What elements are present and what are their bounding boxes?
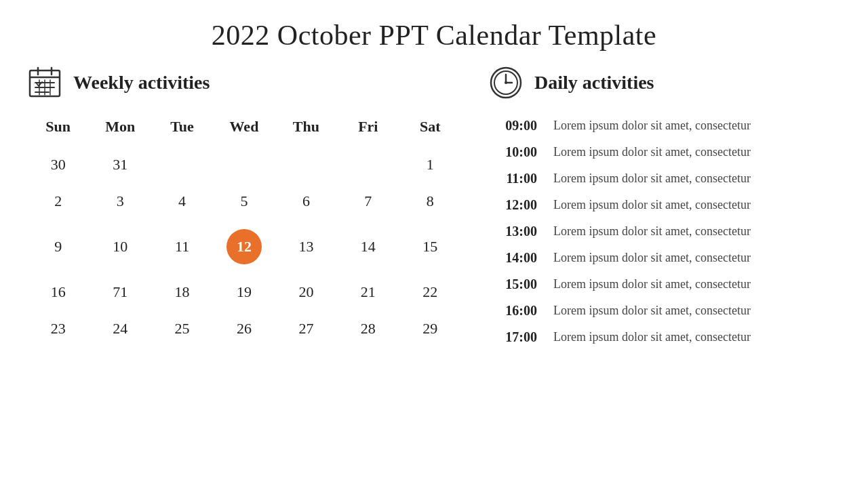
activity-row: 09:00Lorem ipsum dolor sit amet, consect… [488,113,841,139]
calendar-day: 7 [337,183,399,220]
day-header-wed: Wed [213,113,275,146]
activity-text: Lorem ipsum dolor sit amet, consectetur [553,277,751,291]
activity-text: Lorem ipsum dolor sit amet, consectetur [553,330,751,344]
weekly-header: Weekly activities [27,65,461,100]
activity-time: 12:00 [488,197,537,213]
calendar-body: 3031123456789101112131415167118192021222… [27,146,461,347]
calendar-day: 8 [399,183,461,220]
activity-row: 15:00Lorem ipsum dolor sit amet, consect… [488,271,841,298]
calendar-day: 29 [399,310,461,347]
calendar-day [337,146,399,183]
day-header-mon: Mon [89,113,151,146]
activity-time: 14:00 [488,250,537,266]
activity-text: Lorem ipsum dolor sit amet, consectetur [553,145,751,159]
weekly-title: Weekly activities [73,72,210,94]
calendar-day: 4 [151,183,213,220]
activity-row: 14:00Lorem ipsum dolor sit amet, consect… [488,245,841,271]
calendar-day: 10 [89,220,151,274]
day-header-sat: Sat [399,113,461,146]
calendar-day: 26 [213,310,275,347]
calendar-day: 13 [275,220,337,274]
calendar-day: 30 [27,146,89,183]
activity-time: 13:00 [488,224,537,239]
calendar-week-row: 23242526272829 [27,310,461,347]
activity-text: Lorem ipsum dolor sit amet, consectetur [553,304,751,318]
activity-time: 15:00 [488,277,537,292]
day-header-thu: Thu [275,113,337,146]
calendar-day: 19 [213,274,275,310]
daily-title: Daily activities [534,72,654,94]
calendar-day: 31 [89,146,151,183]
activity-row: 16:00Lorem ipsum dolor sit amet, consect… [488,298,841,324]
daily-panel: Daily activities 09:00Lorem ipsum dolor … [488,65,841,350]
calendar-day: 6 [275,183,337,220]
calendar-table: Sun Mon Tue Wed Thu Fri Sat 303112345678… [27,113,461,347]
calendar-day: 18 [151,274,213,310]
calendar-day: 12 [213,220,275,274]
page-title: 2022 October PPT Calendar Template [212,19,656,52]
day-header-sun: Sun [27,113,89,146]
calendar-week-row: 2345678 [27,183,461,220]
activity-row: 11:00Lorem ipsum dolor sit amet, consect… [488,165,841,192]
daily-header: Daily activities [488,65,841,100]
activity-time: 11:00 [488,171,537,186]
calendar-week-row: 9101112131415 [27,220,461,274]
calendar-day [275,146,337,183]
calendar-day [151,146,213,183]
calendar-day: 27 [275,310,337,347]
activity-row: 12:00Lorem ipsum dolor sit amet, consect… [488,192,841,218]
calendar-day: 28 [337,310,399,347]
calendar-day: 15 [399,220,461,274]
calendar-day: 16 [27,274,89,310]
calendar-week-row: 30311 [27,146,461,183]
calendar-day: 23 [27,310,89,347]
calendar-day [213,146,275,183]
calendar-day: 71 [89,274,151,310]
calendar-day: 20 [275,274,337,310]
weekly-panel: Weekly activities Sun Mon Tue Wed Thu Fr… [27,65,461,350]
activity-time: 10:00 [488,144,537,160]
activity-text: Lorem ipsum dolor sit amet, consectetur [553,171,751,186]
activities-list: 09:00Lorem ipsum dolor sit amet, consect… [488,113,841,350]
calendar-day: 11 [151,220,213,274]
activity-text: Lorem ipsum dolor sit amet, consectetur [553,198,751,212]
calendar-day: 2 [27,183,89,220]
day-header-tue: Tue [151,113,213,146]
calendar-day: 14 [337,220,399,274]
calendar-icon [27,65,62,100]
calendar-day: 9 [27,220,89,274]
calendar-day: 22 [399,274,461,310]
calendar-day: 24 [89,310,151,347]
activity-row: 17:00Lorem ipsum dolor sit amet, consect… [488,324,841,350]
calendar-day: 25 [151,310,213,347]
activity-text: Lorem ipsum dolor sit amet, consectetur [553,224,751,239]
activity-row: 13:00Lorem ipsum dolor sit amet, consect… [488,218,841,245]
calendar-week-row: 16711819202122 [27,274,461,310]
highlighted-day: 12 [226,229,262,264]
activity-text: Lorem ipsum dolor sit amet, consectetur [553,119,751,133]
activity-time: 16:00 [488,303,537,319]
calendar-day: 21 [337,274,399,310]
activity-time: 09:00 [488,118,537,134]
calendar-day: 3 [89,183,151,220]
calendar-header-row: Sun Mon Tue Wed Thu Fri Sat [27,113,461,146]
activity-text: Lorem ipsum dolor sit amet, consectetur [553,251,751,265]
svg-point-14 [505,81,507,84]
activity-time: 17:00 [488,329,537,345]
calendar-day: 5 [213,183,275,220]
activity-row: 10:00Lorem ipsum dolor sit amet, consect… [488,139,841,165]
clock-icon [488,65,524,100]
calendar-day: 1 [399,146,461,183]
day-header-fri: Fri [337,113,399,146]
